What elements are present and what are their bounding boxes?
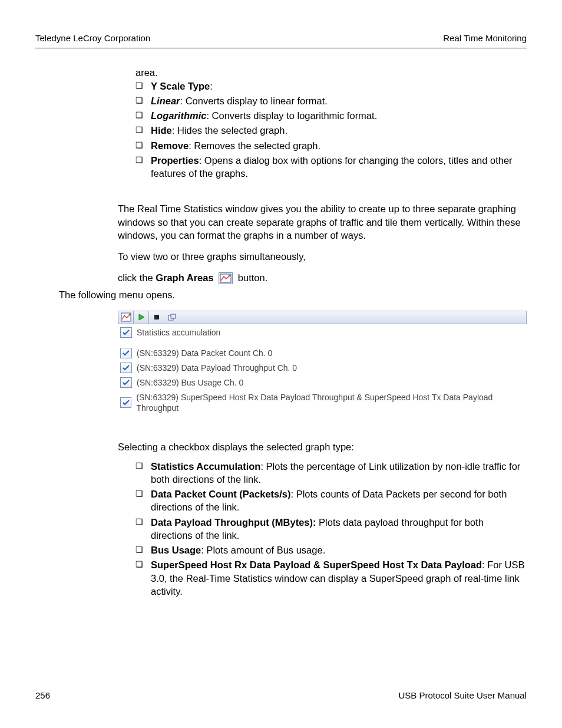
menu-screenshot: Statistics accumulation (SN:63329) Data … — [118, 311, 527, 418]
list-item: Y Scale Type: — [135, 80, 527, 93]
list-item: SuperSpeed Host Rx Data Payload & SuperS… — [135, 558, 527, 598]
toolbar-stop-button[interactable] — [149, 311, 164, 324]
paragraph-1: The Real Time Statistics window gives yo… — [35, 202, 527, 242]
menu-row-label: (SN:63329) Data Payload Throughput Ch. 0 — [137, 363, 297, 374]
menu-row-label: (SN:63329) Bus Usage Ch. 0 — [137, 377, 243, 388]
footer-title: USB Protocol Suite User Manual — [398, 690, 527, 701]
square-bullet-icon — [135, 94, 151, 107]
item-rest: : Opens a dialog box with options for ch… — [151, 155, 513, 179]
item-rest: : — [210, 81, 213, 91]
screenshot-rows: Statistics accumulation (SN:63329) Data … — [118, 324, 527, 418]
svg-rect-3 — [154, 315, 159, 319]
paragraph-4: The following menu opens. — [35, 288, 527, 301]
item-bold: Hide — [151, 125, 172, 136]
graph-areas-label: Graph Areas — [156, 272, 213, 283]
square-bullet-icon — [135, 109, 151, 122]
item-bold: Data Packet Count (Packets/s) — [151, 489, 291, 499]
list-item: Bus Usage: Plots amount of Bus usage. — [135, 543, 527, 556]
p3a: click the — [118, 272, 156, 283]
screenshot-toolbar — [118, 311, 527, 324]
square-bullet-icon — [135, 80, 151, 93]
after-lead: Selecting a checkbox displays the select… — [35, 440, 527, 453]
item-bold: SuperSpeed Host Rx Data Payload & SuperS… — [151, 559, 482, 570]
paragraph-3: click the Graph Areas button. — [35, 271, 527, 284]
list-item: Hide: Hides the selected graph. — [135, 124, 527, 137]
square-bullet-icon — [135, 558, 151, 598]
checkbox-checked[interactable] — [120, 377, 132, 388]
square-bullet-icon — [135, 543, 151, 556]
menu-row: Statistics accumulation — [118, 325, 527, 340]
list-item: Data Payload Throughput (MBytes): Plots … — [135, 516, 527, 542]
item-bold: Properties — [151, 155, 199, 166]
list-item: Remove: Removes the selected graph. — [135, 139, 527, 152]
toolbar-play-button[interactable] — [134, 311, 149, 324]
checkbox-checked[interactable] — [120, 397, 131, 408]
menu-row: (SN:63329) Bus Usage Ch. 0 — [118, 375, 527, 390]
after-list: Statistics Accumulation: Plots the perce… — [118, 460, 527, 598]
page-header: Teledyne LeCroy Corporation Real Time Mo… — [35, 32, 527, 48]
square-bullet-icon — [135, 460, 151, 486]
checkbox-checked[interactable] — [120, 348, 132, 358]
continuation-text: area. — [118, 66, 527, 79]
item-bold: Statistics Accumulation — [151, 461, 260, 472]
top-list: Y Scale Type: Linear: Converts display t… — [118, 80, 527, 180]
square-bullet-icon — [135, 154, 151, 180]
svg-marker-2 — [139, 314, 144, 320]
header-left: Teledyne LeCroy Corporation — [35, 32, 150, 44]
item-bold: Data Payload Throughput (MBytes): — [151, 517, 316, 528]
list-item: Data Packet Count (Packets/s): Plots cou… — [135, 487, 527, 514]
menu-row: (SN:63329) Data Packet Count Ch. 0 — [118, 346, 527, 361]
p3b: button. — [238, 272, 267, 283]
item-bold: Logarithmic — [151, 110, 206, 121]
top-block: area. Y Scale Type: Linear: Converts dis… — [35, 66, 527, 180]
checkbox-checked[interactable] — [120, 363, 132, 373]
menu-row-label: (SN:63329) Data Packet Count Ch. 0 — [137, 348, 272, 359]
item-bold: Linear — [151, 95, 180, 106]
item-bold: Y Scale Type — [151, 81, 210, 91]
item-bold: Bus Usage — [151, 545, 201, 555]
item-rest: : Hides the selected graph. — [172, 125, 287, 136]
list-item: Linear: Converts display to linear forma… — [135, 94, 527, 107]
checkbox-checked[interactable] — [120, 327, 132, 338]
square-bullet-icon — [135, 124, 151, 137]
square-bullet-icon — [135, 487, 151, 514]
item-bold: Remove — [151, 140, 189, 151]
toolbar-restore-button[interactable] — [164, 311, 180, 324]
item-rest: : Removes the selected graph. — [189, 140, 320, 151]
toolbar-chart-button[interactable] — [118, 311, 134, 324]
page-footer: 256 USB Protocol Suite User Manual — [35, 690, 527, 701]
menu-row: (SN:63329) Data Payload Throughput Ch. 0 — [118, 361, 527, 375]
header-right: Real Time Monitoring — [443, 32, 527, 44]
menu-row-label: (SN:63329) SuperSpeed Host Rx Data Paylo… — [136, 392, 524, 414]
svg-rect-5 — [171, 314, 176, 318]
list-item: Statistics Accumulation: Plots the perce… — [135, 460, 527, 486]
list-item: Logarithmic: Converts display to logarit… — [135, 109, 527, 122]
menu-row: (SN:63329) SuperSpeed Host Rx Data Paylo… — [118, 390, 527, 416]
graph-areas-icon — [219, 272, 233, 284]
list-item: Properties: Opens a dialog box with opti… — [135, 154, 527, 180]
item-rest: : Converts display to linear format. — [180, 95, 328, 106]
item-rest: : Plots amount of Bus usage. — [201, 545, 325, 555]
page-number: 256 — [35, 690, 50, 701]
paragraph-2: To view two or three graphs simultaneous… — [35, 250, 527, 263]
square-bullet-icon — [135, 516, 151, 542]
square-bullet-icon — [135, 139, 151, 152]
item-rest: : Converts display to logarithmic format… — [206, 110, 377, 121]
menu-row-label: Statistics accumulation — [137, 327, 220, 338]
